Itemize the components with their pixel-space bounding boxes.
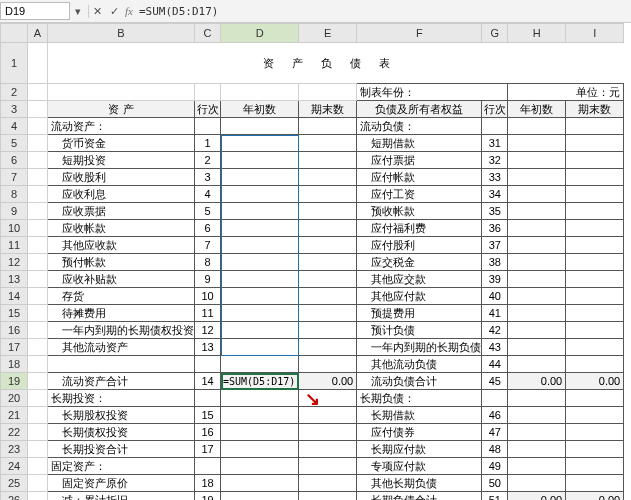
- liab-cell-12[interactable]: 应交税金: [357, 254, 482, 271]
- cell-E11[interactable]: [299, 237, 357, 254]
- cell-E24[interactable]: [299, 458, 357, 475]
- asset-cell-16[interactable]: 一年内到期的长期债权投资: [48, 322, 195, 339]
- cell-D24[interactable]: [221, 458, 299, 475]
- cell-E22[interactable]: [299, 424, 357, 441]
- asset-cell-18[interactable]: [48, 356, 195, 373]
- cell-A8[interactable]: [28, 186, 48, 203]
- liab-cell-10[interactable]: 应付福利费: [357, 220, 482, 237]
- asset-cell-26[interactable]: 减：累计折旧: [48, 492, 195, 501]
- cell-A18[interactable]: [28, 356, 48, 373]
- cell-blank2-0[interactable]: [48, 84, 195, 101]
- liab-line-17[interactable]: 43: [482, 339, 508, 356]
- asset-line-15[interactable]: 11: [195, 305, 221, 322]
- row-header-19[interactable]: 19: [1, 373, 28, 390]
- liab-cell-18[interactable]: 其他流动负债: [357, 356, 482, 373]
- asset-cell-4[interactable]: 流动资产：: [48, 118, 195, 135]
- row-header-5[interactable]: 5: [1, 135, 28, 152]
- column-header-B[interactable]: B: [48, 24, 195, 43]
- cell-I13[interactable]: [566, 271, 624, 288]
- asset-line-26[interactable]: 19: [195, 492, 221, 501]
- cell-H22[interactable]: [508, 424, 566, 441]
- asset-line-7[interactable]: 3: [195, 169, 221, 186]
- cell-A25[interactable]: [28, 475, 48, 492]
- row-header-4[interactable]: 4: [1, 118, 28, 135]
- row-header-15[interactable]: 15: [1, 305, 28, 322]
- liab-cell-8[interactable]: 应付工资: [357, 186, 482, 203]
- cell-E4[interactable]: [299, 118, 357, 135]
- cell-A12[interactable]: [28, 254, 48, 271]
- cell-I18[interactable]: [566, 356, 624, 373]
- row-header-20[interactable]: 20: [1, 390, 28, 407]
- asset-cell-5[interactable]: 货币资金: [48, 135, 195, 152]
- cell-E17[interactable]: [299, 339, 357, 356]
- select-all-corner[interactable]: [1, 24, 28, 43]
- liab-line-26[interactable]: 51: [482, 492, 508, 501]
- cell-D15[interactable]: [221, 305, 299, 322]
- cell-I8[interactable]: [566, 186, 624, 203]
- cell-A24[interactable]: [28, 458, 48, 475]
- asset-cell-20[interactable]: 长期投资：: [48, 390, 195, 407]
- cell-D16[interactable]: [221, 322, 299, 339]
- asset-line-20[interactable]: [195, 390, 221, 407]
- liab-line-7[interactable]: 33: [482, 169, 508, 186]
- asset-line-19[interactable]: 14: [195, 373, 221, 390]
- cell-I23[interactable]: [566, 441, 624, 458]
- cell-E9[interactable]: [299, 203, 357, 220]
- liab-line-21[interactable]: 46: [482, 407, 508, 424]
- row-header-25[interactable]: 25: [1, 475, 28, 492]
- asset-cell-6[interactable]: 短期投资: [48, 152, 195, 169]
- liab-line-4[interactable]: [482, 118, 508, 135]
- liab-line-12[interactable]: 38: [482, 254, 508, 271]
- liab-cell-11[interactable]: 应付股利: [357, 237, 482, 254]
- cell-I25[interactable]: [566, 475, 624, 492]
- liab-cell-9[interactable]: 预收帐款: [357, 203, 482, 220]
- cell-I7[interactable]: [566, 169, 624, 186]
- cell-blank2-1[interactable]: [195, 84, 221, 101]
- cell-E6[interactable]: [299, 152, 357, 169]
- liab-line-25[interactable]: 50: [482, 475, 508, 492]
- column-header-row[interactable]: ABCDEFGHI: [1, 24, 624, 43]
- cell-H4[interactable]: [508, 118, 566, 135]
- cell-D11[interactable]: [221, 237, 299, 254]
- column-header-E[interactable]: E: [299, 24, 357, 43]
- column-header-C[interactable]: C: [195, 24, 221, 43]
- asset-cell-23[interactable]: 长期投资合计: [48, 441, 195, 458]
- asset-line-23[interactable]: 17: [195, 441, 221, 458]
- asset-cell-12[interactable]: 预付帐款: [48, 254, 195, 271]
- asset-line-9[interactable]: 5: [195, 203, 221, 220]
- cell-H9[interactable]: [508, 203, 566, 220]
- row-header-7[interactable]: 7: [1, 169, 28, 186]
- liab-line-22[interactable]: 47: [482, 424, 508, 441]
- liab-cell-26[interactable]: 长期负债合计: [357, 492, 482, 501]
- asset-line-6[interactable]: 2: [195, 152, 221, 169]
- row-header-24[interactable]: 24: [1, 458, 28, 475]
- liab-cell-21[interactable]: 长期借款: [357, 407, 482, 424]
- liab-line-18[interactable]: 44: [482, 356, 508, 373]
- cell-I5[interactable]: [566, 135, 624, 152]
- cell-I20[interactable]: [566, 390, 624, 407]
- column-header-A[interactable]: A: [28, 24, 48, 43]
- row-header-2[interactable]: 2: [1, 84, 28, 101]
- cell-A5[interactable]: [28, 135, 48, 152]
- liab-line-16[interactable]: 42: [482, 322, 508, 339]
- liab-line-24[interactable]: 49: [482, 458, 508, 475]
- liab-line-15[interactable]: 41: [482, 305, 508, 322]
- liab-line-8[interactable]: 34: [482, 186, 508, 203]
- liab-cell-13[interactable]: 其他应交款: [357, 271, 482, 288]
- asset-line-24[interactable]: [195, 458, 221, 475]
- cell-A21[interactable]: [28, 407, 48, 424]
- asset-line-16[interactable]: 12: [195, 322, 221, 339]
- cell-I9[interactable]: [566, 203, 624, 220]
- formula-input[interactable]: =SUM(D5:D17): [135, 3, 631, 20]
- asset-cell-15[interactable]: 待摊费用: [48, 305, 195, 322]
- liab-line-13[interactable]: 39: [482, 271, 508, 288]
- cell-D9[interactable]: [221, 203, 299, 220]
- liab-line-23[interactable]: 48: [482, 441, 508, 458]
- liab-line-14[interactable]: 40: [482, 288, 508, 305]
- asset-cell-7[interactable]: 应收股利: [48, 169, 195, 186]
- cell-H15[interactable]: [508, 305, 566, 322]
- asset-cell-19[interactable]: 流动资产合计: [48, 373, 195, 390]
- cell-A11[interactable]: [28, 237, 48, 254]
- cell-E16[interactable]: [299, 322, 357, 339]
- cell-H25[interactable]: [508, 475, 566, 492]
